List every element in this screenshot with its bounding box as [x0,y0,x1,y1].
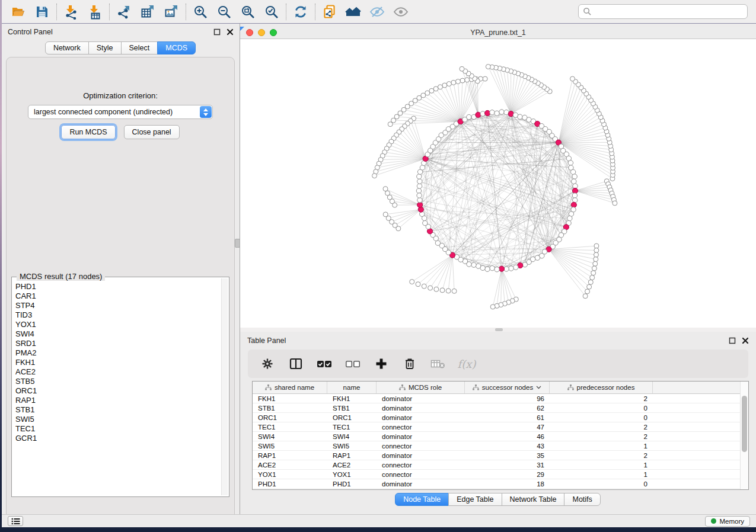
close-panel-icon[interactable] [227,28,234,36]
table-cell: SWI4 [253,432,327,441]
table-settings-button[interactable] [259,355,276,373]
mcds-result-item[interactable]: SWI4 [13,329,221,339]
task-history-button[interactable] [8,516,23,526]
mcds-result-item[interactable]: SWI5 [13,415,221,424]
run-mcds-button[interactable]: Run MCDS [61,125,115,139]
table-row[interactable]: ORC1ORC1dominator610 [253,413,748,422]
tab-mcds[interactable]: MCDS [157,41,196,55]
delete-table-button[interactable] [429,355,447,373]
tab-motifs[interactable]: Motifs [564,493,600,506]
refresh-button[interactable] [289,2,312,22]
tab-select[interactable]: Select [121,41,158,55]
column-header-shared-name[interactable]: shared name [253,382,327,393]
mcds-result-item[interactable]: CAR1 [13,291,221,301]
node-table[interactable]: shared namenameMCDS rolesuccessor nodesp… [252,381,749,490]
mcds-result-item[interactable]: STB1 [13,405,221,415]
zoom-in-button[interactable] [189,2,212,22]
import-network-button[interactable] [59,2,83,22]
table-row[interactable]: YOX1YOX1connector291 [253,470,748,479]
save-session-button[interactable] [30,2,54,22]
mcds-result-item[interactable]: ACE2 [13,367,221,377]
close-panel-icon[interactable] [742,337,749,344]
table-cell: 43 [465,441,550,450]
hide-selected-button[interactable] [365,2,389,22]
mcds-result-item[interactable]: ORC1 [13,386,221,396]
add-column-button[interactable] [372,355,390,373]
function-builder-button[interactable]: f(x) [458,355,476,373]
network-window-title: YPA_prune.txt_1 [240,28,756,37]
criterion-dropdown[interactable]: largest connected component (undirected) [28,105,213,119]
mcds-result-box: MCDS result (17 nodes) PHD1CAR1STP4TID3Y… [11,277,229,497]
table-row[interactable]: RAP1RAP1dominator352 [253,451,748,460]
table-panel-title: Table Panel [247,336,286,345]
table-row[interactable]: FKH1FKH1dominator962 [253,394,748,403]
mcds-result-item[interactable]: GCR1 [13,434,221,443]
column-header-predecessor-nodes[interactable]: predecessor nodes [550,382,653,393]
column-header-mcds-role[interactable]: MCDS role [377,382,465,393]
table-row[interactable]: PHD1PHD1dominator180 [253,479,748,489]
zoom-fit-button[interactable] [236,2,260,22]
mcds-result-item[interactable]: SRD1 [13,339,221,348]
tab-network-table[interactable]: Network Table [502,493,565,506]
deselect-all-button[interactable] [344,355,362,373]
tab-edge-table[interactable]: Edge Table [448,493,502,506]
mcds-result-item[interactable]: PHD1 [13,282,221,291]
node-table-body: FKH1FKH1dominator962STB1STB1dominator620… [253,394,748,489]
right-pane: YPA_prune.txt_1 Table Panel [240,24,756,514]
mcds-result-scrollbar[interactable] [221,278,228,495]
search-input[interactable] [592,8,743,16]
plus-icon [375,357,388,370]
tab-network[interactable]: Network [45,41,89,55]
table-row[interactable]: ACE2ACE2connector311 [253,460,748,470]
split-divider-horizontal[interactable] [240,328,756,332]
mcds-result-item[interactable]: PMA2 [13,348,221,358]
open-file-button[interactable] [7,2,30,22]
tab-node-table[interactable]: Node Table [395,493,449,506]
split-divider-handle[interactable] [235,239,240,248]
memory-status-icon [711,518,716,524]
export-table-button[interactable] [136,2,160,22]
import-table-button[interactable] [83,2,107,22]
mcds-result-item[interactable]: RAP1 [13,396,221,405]
mcds-result-item[interactable]: STB5 [13,377,221,386]
table-scrollbar[interactable] [740,382,748,489]
checked-boxes-icon [317,359,332,368]
memory-button[interactable]: Memory [705,516,750,527]
tab-style[interactable]: Style [88,41,122,55]
mcds-result-item[interactable]: TID3 [13,310,221,320]
first-neighbors-button[interactable] [342,2,365,22]
zoom-out-button[interactable] [212,2,236,22]
unchecked-boxes-icon [345,359,361,368]
mcds-result-item[interactable]: YOX1 [13,320,221,329]
duplicate-network-button[interactable] [318,2,342,22]
table-row[interactable]: SWI4SWI4dominator462 [253,432,748,441]
table-row[interactable]: SWI5SWI5connector431 [253,441,748,451]
table-cell: 1 [550,470,653,479]
network-canvas[interactable] [240,39,756,328]
export-image-button[interactable] [160,2,183,22]
zoom-selected-button[interactable] [260,2,283,22]
shared-column-icon [265,384,272,390]
table-row[interactable]: STB1STB1dominator620 [253,403,748,413]
column-header-successor-nodes[interactable]: successor nodes [465,382,550,393]
show-all-button[interactable] [389,2,413,22]
split-divider-handle[interactable] [495,328,503,331]
table-cell: SWI5 [327,441,377,450]
float-panel-icon[interactable] [213,28,221,36]
table-scrollbar-thumb[interactable] [742,396,747,452]
eye-icon [393,5,409,19]
close-panel-button[interactable]: Close panel [124,125,180,139]
show-columns-button[interactable] [287,355,305,373]
column-header-name[interactable]: name [327,382,377,393]
search-box[interactable] [578,4,748,19]
delete-column-button[interactable] [401,355,419,373]
network-window-titlebar[interactable]: YPA_prune.txt_1 [240,27,756,39]
mcds-result-item[interactable]: STP4 [13,301,221,310]
table-row[interactable]: TEC1TEC1connector472 [253,422,748,432]
mcds-result-item[interactable]: TEC1 [13,424,221,434]
mcds-result-item[interactable]: FKH1 [13,358,221,367]
table-cell: 96 [465,394,550,403]
float-panel-icon[interactable] [729,337,736,344]
select-all-button[interactable] [315,355,333,373]
export-network-button[interactable] [112,2,136,22]
